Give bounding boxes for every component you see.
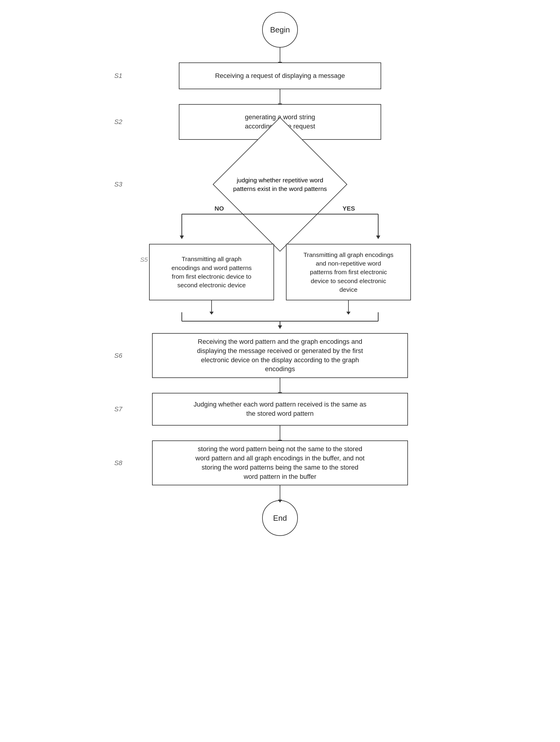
- step-s8-row: S8 storing the word pattern being not th…: [101, 440, 459, 485]
- arrow-s8-end: [280, 485, 280, 500]
- flowchart-diagram: Begin S1 Receiving a request of displayi…: [101, 12, 459, 536]
- arrow-s7-s8: [280, 426, 280, 440]
- s6-label: S6: [114, 352, 122, 359]
- arrow-s6-s7: [280, 378, 280, 393]
- s8-box: storing the word pattern being not the s…: [152, 440, 408, 485]
- svg-marker-5: [376, 235, 380, 239]
- s3-label: S3: [114, 180, 122, 188]
- s2-label: S2: [114, 118, 122, 125]
- s5-box: Transmitting all graph encodings and wor…: [149, 244, 274, 300]
- step-s1-row: S1 Receiving a request of displaying a m…: [101, 62, 459, 89]
- step-s3-row: S3 judging whether repetitive word patte…: [101, 155, 459, 214]
- svg-marker-14: [278, 325, 282, 329]
- svg-text:NO: NO: [214, 205, 224, 212]
- s3-diamond: judging whether repetitive word patterns…: [206, 155, 354, 214]
- step-s7-row: S7 Judging whether each word pattern rec…: [101, 393, 459, 426]
- s1-box: Receiving a request of displaying a mess…: [179, 62, 381, 89]
- begin-circle: Begin: [262, 12, 298, 48]
- step-s6-row: S6 Receiving the word pattern and the gr…: [101, 333, 459, 378]
- arrow-s5-merge: [211, 300, 212, 312]
- merge-svg: [116, 312, 444, 330]
- arrow-s1-s2: [280, 89, 280, 104]
- arrow-begin-s1: [280, 48, 280, 62]
- arrow-s4-merge: [348, 300, 349, 312]
- s7-label: S7: [114, 405, 122, 413]
- svg-text:YES: YES: [343, 205, 355, 212]
- svg-text:S5: S5: [140, 256, 148, 263]
- end-circle: End: [262, 500, 298, 536]
- s7-box: Judging whether each word pattern receiv…: [152, 393, 408, 426]
- svg-marker-2: [180, 235, 184, 239]
- branch-section: NO YES S5 S4 Transmitting all graph enco…: [101, 214, 459, 330]
- s8-label: S8: [114, 459, 122, 467]
- s4-box: Transmitting all graph encodings and non…: [286, 244, 411, 300]
- s6-box: Receiving the word pattern and the graph…: [152, 333, 408, 378]
- s1-label: S1: [114, 72, 122, 80]
